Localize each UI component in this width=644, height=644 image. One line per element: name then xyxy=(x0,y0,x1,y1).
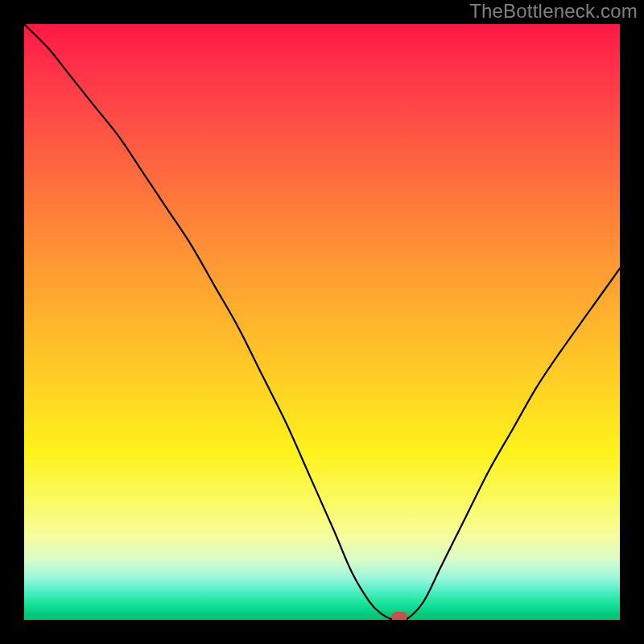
bottleneck-curve-path xyxy=(24,24,620,620)
optimal-point-marker xyxy=(391,612,407,620)
line-series xyxy=(24,24,620,620)
chart-frame: TheBottleneck.com xyxy=(0,0,644,644)
plot-area xyxy=(24,24,620,620)
watermark-text: TheBottleneck.com xyxy=(469,0,638,23)
